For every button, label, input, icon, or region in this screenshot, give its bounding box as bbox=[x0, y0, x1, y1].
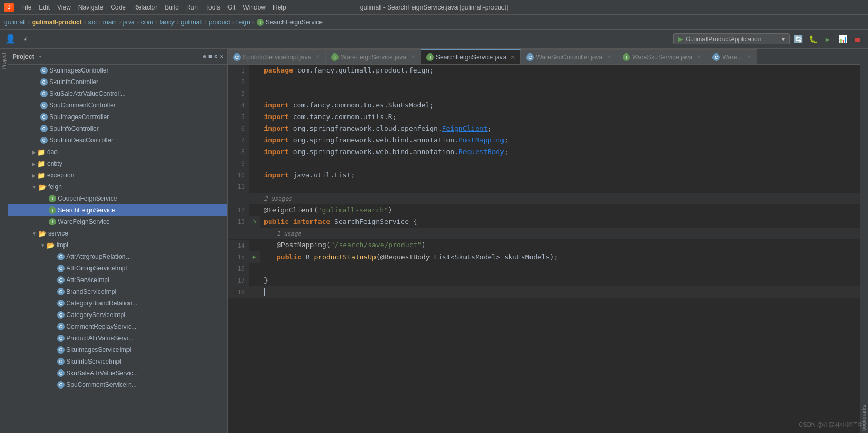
tab-close[interactable]: ✕ bbox=[510, 54, 515, 61]
tree-item-AttrGroupServiceImpl[interactable]: C AttrGroupServiceImpl bbox=[8, 263, 227, 274]
tree-item-SearchFeignService[interactable]: I SearchFeignService bbox=[8, 204, 227, 216]
tree-item-BrandServiceImpl[interactable]: C BrandServiceImpl bbox=[8, 286, 227, 297]
tree-item-SpuImagesController[interactable]: C SpuImagesController bbox=[8, 111, 227, 123]
code-line-15: 15 ▶ public R productStatusUp(@RequestBo… bbox=[228, 251, 860, 263]
menu-refactor[interactable]: Refactor bbox=[130, 3, 160, 12]
tree-item-CommentReplayServic[interactable]: C CommentReplayServic... bbox=[8, 321, 227, 332]
tree-item-CategoryServiceImpl[interactable]: C CategoryServiceImpl bbox=[8, 309, 227, 321]
left-panel-toggle[interactable]: Project bbox=[0, 49, 8, 433]
class-icon: C bbox=[57, 253, 65, 260]
code-line-3: 3 bbox=[228, 88, 860, 100]
breadcrumb-src[interactable]: src bbox=[88, 19, 97, 26]
toolbar-stop[interactable]: ■ bbox=[851, 33, 864, 46]
tree-item-CouponFeignService[interactable]: I CouponFeignService bbox=[8, 193, 227, 204]
breadcrumb-com[interactable]: com bbox=[141, 19, 153, 26]
run-config-dropdown[interactable]: ▾ bbox=[782, 35, 785, 43]
run-config-icon: ▶ bbox=[678, 35, 683, 43]
menu-file[interactable]: File bbox=[18, 3, 34, 12]
tree-item-SkuImagesController[interactable]: C SkuImagesController bbox=[8, 65, 227, 76]
tab-WareSkuService[interactable]: I WareSkuService.java ✕ bbox=[617, 49, 707, 64]
menu-edit[interactable]: Edit bbox=[35, 3, 53, 12]
gutter-run-icon[interactable]: ▶ bbox=[253, 251, 257, 263]
tab-close[interactable]: ✕ bbox=[607, 53, 611, 60]
breadcrumb-java[interactable]: java bbox=[123, 19, 135, 26]
tab-class-icon: C bbox=[233, 53, 241, 61]
code-line-12: 12 @FeignClient("gulimall-search") bbox=[228, 204, 860, 216]
app-icon: J bbox=[4, 3, 14, 12]
breadcrumb-product[interactable]: product bbox=[209, 19, 230, 26]
toolbar: 👤 ⚡ ▶ GulimallProductApplication ▾ 🔄 🐛 ▶… bbox=[0, 30, 868, 49]
run-config-label: GulimallProductApplication bbox=[686, 35, 761, 43]
folder-icon: 📁 bbox=[37, 172, 45, 179]
tree-item-WareFeignService[interactable]: I WareFeignService bbox=[8, 216, 227, 228]
tree-item-ProductAttrValueServic[interactable]: C ProductAttrValueServi... bbox=[8, 332, 227, 344]
menu-navigate[interactable]: Navigate bbox=[75, 3, 106, 12]
tree-item-SpuInfoDescController[interactable]: C SpuInfoDescController bbox=[8, 134, 227, 146]
menu-build[interactable]: Build bbox=[161, 3, 182, 12]
tree-item-SkuSaleAttrValueController[interactable]: C SkuSaleAttrValueControll... bbox=[8, 88, 227, 100]
code-line-10: 10 import java.util.List; bbox=[228, 169, 860, 181]
tree-folder-impl[interactable]: ▼ 📂 impl bbox=[8, 239, 227, 251]
tab-WareSkuController[interactable]: C WareSkuController.java ✕ bbox=[521, 49, 617, 64]
run-config[interactable]: ▶ GulimallProductApplication ▾ bbox=[673, 33, 790, 44]
toolbar-icon-1[interactable]: 👤 bbox=[4, 33, 17, 46]
breadcrumb: gulimall › gulimall-product › src › main… bbox=[0, 15, 868, 30]
tab-SearchFeignService[interactable]: I SearchFeignService.java ✕ bbox=[421, 49, 521, 64]
tree-item-SkuImagesServiceImpl[interactable]: C SkuImagesServiceImpl bbox=[8, 344, 227, 356]
breadcrumb-gulimall-product[interactable]: gulimall-product bbox=[32, 19, 82, 26]
toolbar-coverage[interactable]: 📊 bbox=[836, 33, 849, 46]
tree-folder-service[interactable]: ▼ 📂 service bbox=[8, 228, 227, 239]
menu-tools[interactable]: Tools bbox=[202, 3, 223, 12]
tree-item-SpuCommentServiceIn[interactable]: C SpuCommentServiceIn... bbox=[8, 379, 227, 391]
tab-WareFeignService[interactable]: I WareFeignService.java ✕ bbox=[326, 49, 421, 64]
tree-item-AttrAttrgroupRelation[interactable]: C AttrAttrgroupRelation... bbox=[8, 251, 227, 263]
tree-folder-exception[interactable]: ▶ 📁 exception bbox=[8, 169, 227, 181]
toolbar-bug[interactable]: 🐛 bbox=[807, 33, 819, 46]
sidebar-dropdown[interactable]: ▾ bbox=[39, 53, 42, 59]
code-area[interactable]: 1 package com.fancy.gulimall.product.fei… bbox=[228, 65, 860, 433]
tree-folder-dao[interactable]: ▶ 📁 dao bbox=[8, 146, 227, 158]
toolbar-icon-2[interactable]: ⚡ bbox=[19, 33, 32, 46]
class-icon: C bbox=[57, 335, 65, 342]
menu-view[interactable]: View bbox=[54, 3, 74, 12]
tree-folder-feign[interactable]: ▼ 📂 feign bbox=[8, 181, 227, 193]
class-icon: C bbox=[40, 67, 48, 74]
menu-code[interactable]: Code bbox=[107, 3, 129, 12]
breadcrumb-current[interactable]: SearchFeignService bbox=[266, 19, 323, 26]
tree-item-AttrServiceImpl[interactable]: C AttrServiceImpl bbox=[8, 274, 227, 286]
sidebar-close-icon[interactable]: ✕ bbox=[220, 53, 223, 60]
code-line-17: 17 } bbox=[228, 275, 860, 286]
tab-ware-more[interactable]: C Ware... ✕ bbox=[707, 49, 757, 64]
tree-item-SkuInfoController[interactable]: C SkuInfoController bbox=[8, 76, 227, 88]
gutter-expand-icon[interactable]: ⊖ bbox=[252, 216, 256, 228]
menu-git[interactable]: Git bbox=[224, 3, 239, 12]
tree-item-CategoryBrandRelation[interactable]: C CategoryBrandRelation... bbox=[8, 297, 227, 309]
breadcrumb-fancy[interactable]: fancy bbox=[159, 19, 175, 26]
tree-folder-entity[interactable]: ▶ 📁 entity bbox=[8, 158, 227, 169]
folder-icon: 📂 bbox=[38, 230, 47, 238]
toolbar-refresh[interactable]: 🔄 bbox=[792, 33, 805, 46]
tab-close[interactable]: ✕ bbox=[747, 53, 752, 60]
sidebar-collapse-icon[interactable]: ≡ bbox=[208, 53, 212, 60]
tree-item-SkuSaleAttrValueServic[interactable]: C SkuSaleAttrValueServic... bbox=[8, 367, 227, 379]
breadcrumb-feign[interactable]: feign bbox=[236, 19, 250, 26]
tree-item-SpuInfoController[interactable]: C SpuInfoController bbox=[8, 123, 227, 134]
class-icon: C bbox=[57, 369, 65, 377]
breadcrumb-gulimall[interactable]: gulimall bbox=[4, 19, 26, 26]
tab-SpuInfoServiceImpl[interactable]: C SpuInfoServiceImpl.java ✕ bbox=[228, 49, 326, 64]
tab-close[interactable]: ✕ bbox=[410, 53, 415, 60]
menu-window[interactable]: Window bbox=[240, 3, 269, 12]
menu-help[interactable]: Help bbox=[270, 3, 289, 12]
breadcrumb-main[interactable]: main bbox=[103, 19, 117, 26]
breadcrumb-gulimall2[interactable]: gulimall bbox=[181, 19, 203, 26]
menu-run[interactable]: Run bbox=[183, 3, 201, 12]
arrow-icon: ▶ bbox=[32, 149, 36, 155]
tree-item-SkuInfoServiceImpl[interactable]: C SkuInfoServiceImpl bbox=[8, 356, 227, 367]
sidebar-settings-icon[interactable]: ⚙ bbox=[214, 53, 218, 60]
tab-close[interactable]: ✕ bbox=[697, 53, 701, 60]
arrow-icon: ▼ bbox=[32, 231, 37, 237]
tab-close[interactable]: ✕ bbox=[315, 53, 320, 60]
tree-item-SpuCommentController[interactable]: C SpuCommentController bbox=[8, 100, 227, 111]
toolbar-run[interactable]: ▶ bbox=[821, 33, 834, 46]
sidebar-scope-icon[interactable]: ⊕ bbox=[203, 53, 207, 60]
